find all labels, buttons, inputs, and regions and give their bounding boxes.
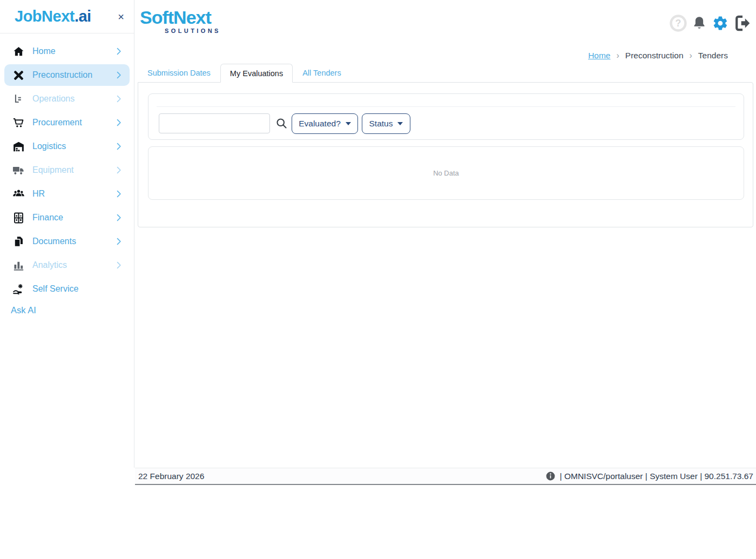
sidebar-item-label: Documents xyxy=(32,237,113,246)
evaluated-dropdown[interactable]: Evaluated? xyxy=(292,113,358,134)
footer-session: | OMNISVC/portaluser | System User | 90.… xyxy=(545,471,753,481)
close-icon[interactable]: × xyxy=(114,11,127,22)
chevron-right-icon xyxy=(113,141,124,152)
cart-icon xyxy=(12,116,25,129)
bell-icon[interactable] xyxy=(690,14,708,32)
caret-down-icon xyxy=(346,122,351,125)
home-icon xyxy=(12,45,25,58)
breadcrumb-preconstruction: Preconstruction xyxy=(625,51,684,60)
chevron-right-icon xyxy=(113,117,124,128)
gear-icon[interactable] xyxy=(711,14,730,32)
breadcrumb-tenders: Tenders xyxy=(698,51,728,60)
chevron-right-icon xyxy=(113,188,124,199)
breadcrumb-separator: › xyxy=(616,51,619,60)
sidebar-item-equipment[interactable]: Equipment xyxy=(4,159,130,181)
help-icon[interactable]: ? xyxy=(669,14,687,32)
search-icon[interactable] xyxy=(275,117,289,131)
data-grid-empty: No Data xyxy=(148,146,744,200)
sidebar-nav: Home Preconstruction Operations xyxy=(0,33,134,315)
breadcrumb-home-link[interactable]: Home xyxy=(588,51,610,60)
evaluated-dropdown-label: Evaluated? xyxy=(299,119,341,129)
sidebar-item-label: Operations xyxy=(32,94,113,104)
chevron-right-icon xyxy=(113,46,124,57)
chevron-right-icon xyxy=(113,165,124,176)
sidebar-item-label: Preconstruction xyxy=(32,70,113,80)
tab-submission-dates[interactable]: Submission Dates xyxy=(138,64,220,83)
no-data-text: No Data xyxy=(433,169,459,177)
sidebar: JobNext.ai × Home Preconstruction xyxy=(0,0,134,468)
bar-chart-icon xyxy=(12,259,25,272)
sidebar-item-operations[interactable]: Operations xyxy=(4,88,130,110)
sidebar-item-home[interactable]: Home xyxy=(4,41,130,62)
toolbar-divider xyxy=(157,106,735,107)
sidebar-item-label: HR xyxy=(32,189,113,199)
breadcrumb-separator: › xyxy=(690,51,692,60)
filter-toolbar: Evaluated? Status xyxy=(148,93,744,140)
workflow-icon xyxy=(12,92,25,105)
sidebar-item-label: Logistics xyxy=(32,142,113,151)
sidebar-logo-row: JobNext.ai × xyxy=(0,0,134,33)
warehouse-icon xyxy=(12,140,25,153)
caret-down-icon xyxy=(397,122,403,125)
svg-text:?: ? xyxy=(676,18,681,29)
sidebar-item-label: Equipment xyxy=(32,165,113,175)
chevron-right-icon xyxy=(113,212,124,223)
softnext-logo: SoftNext SOLUTIONS xyxy=(140,8,221,34)
sidebar-item-label: Self Service xyxy=(32,284,124,294)
sidebar-item-preconstruction[interactable]: Preconstruction xyxy=(4,64,130,86)
sidebar-item-hr[interactable]: HR xyxy=(4,183,130,205)
sidebar-item-finance[interactable]: Finance xyxy=(4,207,130,228)
header-icon-bar: ? xyxy=(669,14,751,32)
sidebar-item-logistics[interactable]: Logistics xyxy=(4,136,130,157)
sidebar-item-documents[interactable]: Documents xyxy=(4,231,130,252)
chevron-right-icon xyxy=(113,236,124,247)
status-dropdown[interactable]: Status xyxy=(362,113,410,134)
sidebar-item-ask-ai[interactable]: Ask AI xyxy=(0,305,134,315)
calculator-icon xyxy=(12,211,25,224)
chevron-right-icon xyxy=(113,260,124,271)
tab-all-tenders[interactable]: All Tenders xyxy=(293,64,350,83)
info-icon[interactable] xyxy=(545,471,556,481)
chevron-right-icon xyxy=(113,70,124,80)
logout-icon[interactable] xyxy=(732,14,751,32)
tab-my-evaluations[interactable]: My Evaluations xyxy=(220,64,293,83)
truck-icon xyxy=(12,164,25,177)
status-dropdown-label: Status xyxy=(369,119,393,129)
tab-content-panel: Evaluated? Status No Data xyxy=(138,82,753,227)
sidebar-item-label: Finance xyxy=(32,213,113,223)
sidebar-item-analytics[interactable]: Analytics xyxy=(4,254,130,276)
documents-icon xyxy=(12,235,25,248)
footer-session-text: | OMNISVC/portaluser | System User | 90.… xyxy=(560,472,753,481)
softnext-logo-text: SoftNext xyxy=(140,8,221,26)
sidebar-item-label: Analytics xyxy=(32,260,113,270)
tools-icon xyxy=(12,69,25,82)
status-bar: 22 February 2026 | OMNISVC/portaluser | … xyxy=(135,468,756,485)
breadcrumb: Home › Preconstruction › Tenders xyxy=(588,51,728,60)
search-input[interactable] xyxy=(159,113,270,133)
sidebar-item-self-service[interactable]: Self Service xyxy=(4,278,130,300)
people-icon xyxy=(12,187,25,200)
tab-bar: Submission Dates My Evaluations All Tend… xyxy=(138,64,351,83)
softnext-logo-subtext: SOLUTIONS xyxy=(165,28,221,34)
sidebar-item-label: Home xyxy=(32,46,113,56)
hand-gear-icon xyxy=(12,282,25,295)
jobnext-logo: JobNext.ai xyxy=(15,8,114,25)
footer-date: 22 February 2026 xyxy=(138,472,204,481)
sidebar-item-procurement[interactable]: Procurement xyxy=(4,112,130,133)
sidebar-item-label: Procurement xyxy=(32,118,113,127)
chevron-right-icon xyxy=(113,93,124,104)
app-window: JobNext.ai × Home Preconstruction xyxy=(0,0,756,559)
